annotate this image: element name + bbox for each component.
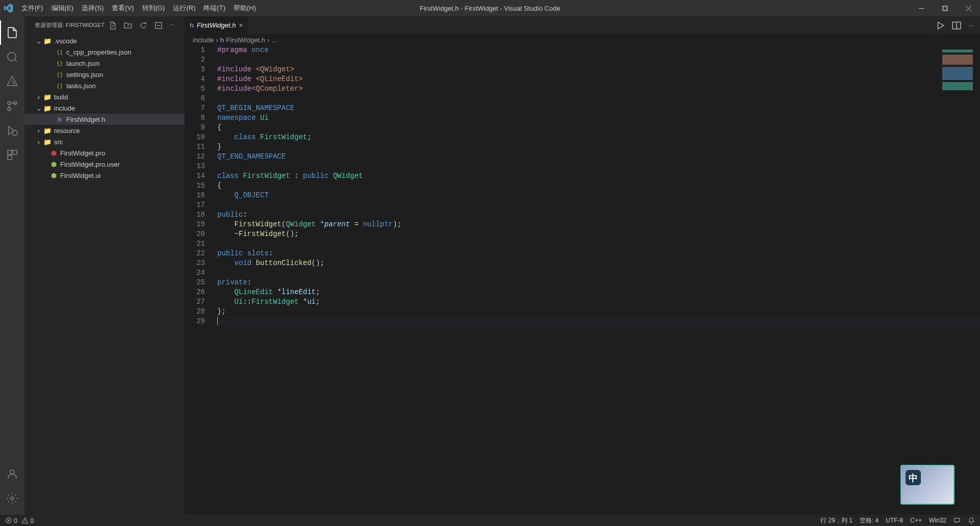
menu-view[interactable]: 查看(V) xyxy=(108,0,138,16)
chevron-down-icon[interactable]: ⌄ xyxy=(35,37,43,45)
svg-marker-15 xyxy=(938,22,944,29)
svg-rect-9 xyxy=(8,150,12,154)
file-tree: ⌄📁.vscode{ }c_cpp_properties.json{ }laun… xyxy=(24,34,185,181)
tree-item-build[interactable]: ›📁build xyxy=(24,91,185,102)
collapse-icon[interactable] xyxy=(154,21,163,30)
status-language[interactable]: C++ xyxy=(910,517,922,524)
live2d-avatar[interactable] xyxy=(900,465,955,505)
status-encoding[interactable]: UTF-8 xyxy=(886,517,903,524)
h-icon: h xyxy=(190,21,194,29)
close-icon[interactable]: × xyxy=(239,21,243,29)
status-warnings[interactable]: 0 xyxy=(21,517,34,524)
svg-point-6 xyxy=(8,101,11,104)
tree-item-label: FirstWidget.h xyxy=(66,116,106,123)
chevron-right-icon[interactable]: › xyxy=(35,138,43,146)
activity-source-control[interactable] xyxy=(0,94,24,118)
file-icon: ⬢ xyxy=(49,172,58,179)
svg-point-12 xyxy=(10,470,14,474)
tab-firstwidget-h[interactable]: h FirstWidget.h × xyxy=(185,16,248,34)
activity-bar xyxy=(0,16,24,515)
file-icon: { } xyxy=(55,83,64,89)
tree-item-tasks-json[interactable]: { }tasks.json xyxy=(24,80,185,91)
tree-item-label: settings.json xyxy=(66,71,103,78)
vscode-logo-icon xyxy=(0,4,17,13)
line-gutter[interactable]: 1234567891011121314151617181920212223242… xyxy=(185,45,217,515)
menu-run[interactable]: 运行(R) xyxy=(169,0,199,16)
activity-accounts[interactable] xyxy=(0,462,24,486)
svg-rect-1 xyxy=(942,7,947,11)
tab-label: FirstWidget.h xyxy=(197,21,236,29)
svg-point-5 xyxy=(8,108,11,111)
status-line-col[interactable]: 行 29，列 1 xyxy=(820,516,853,525)
activity-explorer[interactable] xyxy=(0,20,24,45)
more-icon[interactable]: ··· xyxy=(170,21,174,30)
status-errors[interactable]: 0 xyxy=(5,517,17,524)
maximize-button[interactable] xyxy=(933,0,957,16)
tree-item-firstwidget-h[interactable]: hFirstWidget.h xyxy=(24,114,185,125)
new-folder-icon[interactable] xyxy=(124,21,132,30)
status-platform[interactable]: Win32 xyxy=(929,517,946,524)
menu-selection[interactable]: 选择(S) xyxy=(78,0,108,16)
file-icon: h xyxy=(55,116,64,123)
menu-file[interactable]: 文件(F) xyxy=(17,0,47,16)
explorer-sidebar: 资源管理器: FIRSTWIDGET ··· ⌄📁.vscode{ }c_cpp… xyxy=(24,16,185,515)
split-editor-icon[interactable] xyxy=(952,21,961,30)
minimap[interactable] xyxy=(942,49,973,95)
tree-item-label: include xyxy=(54,104,75,112)
close-button[interactable] xyxy=(957,0,980,16)
svg-marker-7 xyxy=(9,126,14,135)
more-icon[interactable]: ··· xyxy=(968,21,974,29)
activity-extensions[interactable] xyxy=(0,143,24,167)
tree-item-label: c_cpp_properties.json xyxy=(66,48,131,56)
chevron-down-icon[interactable]: ⌄ xyxy=(35,104,43,112)
activity-cmake-icon[interactable] xyxy=(0,69,24,94)
svg-point-8 xyxy=(12,130,17,136)
activity-debug[interactable] xyxy=(0,118,24,143)
h-icon: h xyxy=(220,36,224,44)
menu-help[interactable]: 帮助(H) xyxy=(229,0,260,16)
file-icon: { } xyxy=(55,72,64,77)
bell-icon[interactable] xyxy=(968,517,975,524)
tree-item-label: FirstWidget.pro xyxy=(60,149,105,157)
tree-item-label: tasks.json xyxy=(66,82,96,90)
tree-item-include[interactable]: ⌄📁include xyxy=(24,102,185,114)
window-title: FirstWidget.h - FirstWidget - Visual Stu… xyxy=(420,5,560,12)
run-icon[interactable] xyxy=(936,21,945,30)
breadcrumb-item[interactable]: include xyxy=(193,36,214,44)
chevron-right-icon[interactable]: › xyxy=(35,93,43,101)
minimize-button[interactable] xyxy=(910,0,933,16)
code-content[interactable]: #pragma once #include <QWidget> #include… xyxy=(217,45,980,515)
new-file-icon[interactable] xyxy=(109,21,117,30)
tree-item-c-cpp-properties-json[interactable]: { }c_cpp_properties.json xyxy=(24,46,185,58)
svg-point-3 xyxy=(8,52,16,61)
tree-item-firstwidget-ui[interactable]: ⬢FirstWidget.ui xyxy=(24,170,185,181)
file-icon: { } xyxy=(55,49,64,55)
tree-item--vscode[interactable]: ⌄📁.vscode xyxy=(24,35,185,46)
file-icon: { } xyxy=(55,61,64,66)
status-indent[interactable]: 空格: 4 xyxy=(860,516,879,525)
tree-item-settings-json[interactable]: { }settings.json xyxy=(24,69,185,80)
activity-settings[interactable] xyxy=(0,486,24,511)
menu-go[interactable]: 转到(G) xyxy=(138,0,169,16)
activity-search[interactable] xyxy=(0,45,24,69)
tree-item-launch-json[interactable]: { }launch.json xyxy=(24,58,185,69)
chevron-right-icon[interactable]: › xyxy=(35,127,43,135)
tree-item-firstwidget-pro[interactable]: ⬢FirstWidget.pro xyxy=(24,147,185,159)
breadcrumb-item[interactable]: FirstWidget.h xyxy=(226,36,266,44)
tree-item-resource[interactable]: ›📁resource xyxy=(24,125,185,136)
svg-rect-10 xyxy=(13,150,17,154)
file-icon: ⬢ xyxy=(49,149,58,157)
svg-rect-2 xyxy=(943,6,948,10)
tree-item-firstwidget-pro-user[interactable]: ⬢FirstWidget.pro.user xyxy=(24,159,185,170)
sidebar-title: 资源管理器: FIRSTWIDGET xyxy=(35,21,105,29)
menu-terminal[interactable]: 终端(T) xyxy=(199,0,229,16)
refresh-icon[interactable] xyxy=(139,21,147,30)
breadcrumb-item[interactable]: ... xyxy=(271,36,277,44)
breadcrumb[interactable]: include › h FirstWidget.h › ... xyxy=(185,34,980,45)
menu-edit[interactable]: 编辑(E) xyxy=(47,0,78,16)
tree-item-label: .vscode xyxy=(54,37,77,45)
svg-rect-0 xyxy=(919,8,924,9)
tree-item-src[interactable]: ›📁src xyxy=(24,136,185,147)
status-bar: 0 0 行 29，列 1 空格: 4 UTF-8 C++ Win32 xyxy=(0,515,980,526)
feedback-icon[interactable] xyxy=(953,517,961,524)
